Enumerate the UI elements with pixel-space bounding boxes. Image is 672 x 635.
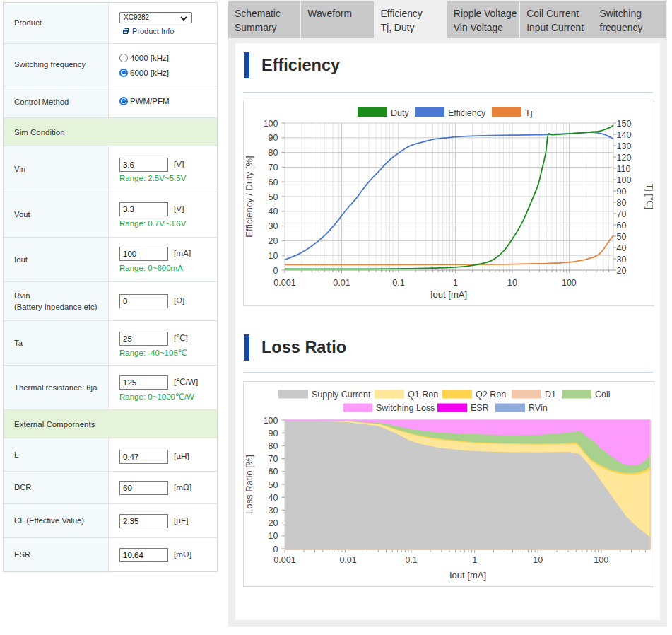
svg-text:30: 30 [269, 221, 278, 231]
svg-text:Loss Ratio [%]: Loss Ratio [%] [244, 455, 254, 514]
svg-text:50: 50 [269, 192, 278, 202]
svg-text:40: 40 [269, 493, 278, 503]
svg-text:100: 100 [264, 119, 278, 129]
svg-text:100: 100 [594, 555, 608, 565]
svg-text:50: 50 [617, 232, 627, 242]
svg-text:RVin: RVin [529, 403, 548, 413]
svg-text:70: 70 [269, 454, 278, 464]
svg-text:Tj [℃]: Tj [℃] [644, 184, 653, 209]
svg-text:60: 60 [617, 221, 627, 231]
svg-text:Coil: Coil [595, 390, 611, 400]
svg-text:1: 1 [453, 278, 458, 288]
svg-text:Duty: Duty [391, 108, 409, 118]
svg-text:120: 120 [617, 153, 632, 163]
svg-text:Iout [mA]: Iout [mA] [449, 570, 486, 581]
svg-text:30: 30 [269, 506, 278, 515]
svg-text:Iout [mA]: Iout [mA] [430, 289, 467, 300]
svg-text:80: 80 [269, 441, 278, 451]
svg-text:ESR: ESR [471, 403, 489, 413]
svg-text:0.1: 0.1 [392, 278, 404, 288]
svg-text:10: 10 [533, 555, 543, 565]
svg-text:20: 20 [269, 518, 278, 528]
svg-text:60: 60 [269, 467, 278, 477]
svg-text:10: 10 [269, 531, 278, 541]
svg-text:80: 80 [269, 148, 278, 158]
svg-text:70: 70 [269, 163, 278, 173]
svg-text:Switching Loss: Switching Loss [376, 403, 435, 413]
svg-text:0.1: 0.1 [405, 555, 417, 565]
svg-text:10: 10 [269, 251, 278, 261]
svg-text:80: 80 [617, 198, 627, 208]
svg-text:1: 1 [472, 555, 477, 565]
svg-text:0.01: 0.01 [339, 555, 356, 565]
svg-text:0: 0 [273, 544, 278, 554]
svg-text:100: 100 [264, 416, 278, 426]
svg-text:90: 90 [269, 429, 278, 438]
svg-text:Supply Current: Supply Current [312, 390, 371, 400]
svg-text:D1: D1 [545, 390, 556, 400]
svg-text:10: 10 [507, 278, 517, 288]
svg-text:70: 70 [617, 209, 627, 219]
svg-text:20: 20 [617, 266, 627, 276]
svg-text:0.001: 0.001 [273, 278, 295, 288]
svg-text:Efficiency / Duty [%]: Efficiency / Duty [%] [244, 156, 254, 237]
svg-text:0.01: 0.01 [333, 278, 350, 288]
svg-text:20: 20 [269, 236, 278, 246]
svg-text:100: 100 [562, 278, 577, 288]
svg-text:90: 90 [617, 187, 627, 197]
svg-text:Q1 Ron: Q1 Ron [408, 390, 438, 400]
svg-text:Efficiency: Efficiency [448, 108, 486, 118]
svg-text:60: 60 [269, 177, 278, 187]
svg-text:Q2 Ron: Q2 Ron [476, 390, 506, 400]
svg-text:100: 100 [617, 175, 632, 185]
svg-text:40: 40 [617, 243, 627, 253]
svg-text:30: 30 [617, 255, 627, 264]
svg-text:110: 110 [617, 164, 631, 174]
svg-text:90: 90 [269, 133, 278, 143]
svg-text:130: 130 [617, 141, 632, 151]
svg-text:Tj: Tj [525, 108, 532, 118]
svg-text:0.001: 0.001 [273, 555, 295, 565]
svg-text:0: 0 [273, 266, 278, 276]
svg-text:140: 140 [617, 130, 632, 140]
svg-text:50: 50 [269, 480, 278, 490]
svg-text:40: 40 [269, 206, 278, 216]
svg-text:150: 150 [617, 119, 632, 129]
